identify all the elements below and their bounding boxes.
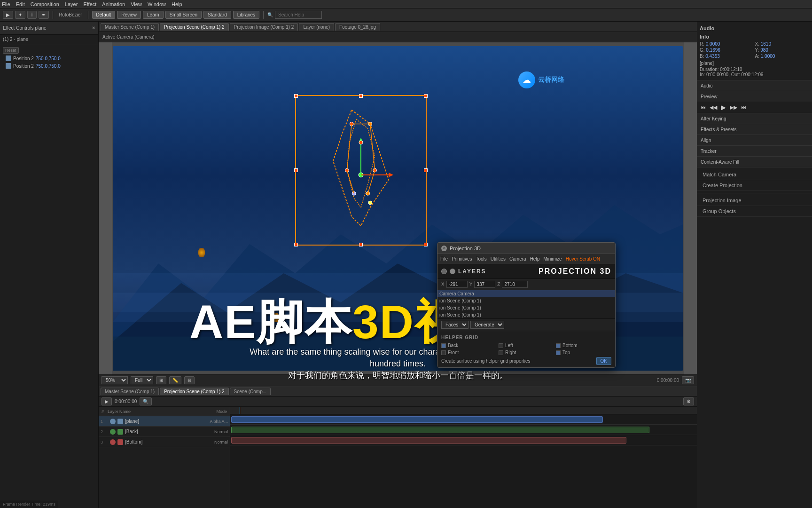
generate-select[interactable]: Generate (470, 321, 504, 329)
track-1[interactable] (230, 414, 697, 425)
reset-button[interactable]: Reset (3, 47, 19, 54)
preview-next-frame[interactable]: ▶▶ (730, 104, 737, 111)
tl-search[interactable]: 🔍 (140, 397, 152, 405)
projection-image-btn[interactable]: Projection Image (697, 195, 812, 206)
workspace-small[interactable]: Small Screen (165, 11, 202, 19)
toggle-guides[interactable]: ⊟ (184, 376, 195, 384)
layer-row-2[interactable]: 2 [Back] Normal (99, 427, 230, 437)
checkbox-left-box[interactable] (499, 343, 503, 348)
proj3d-menu-file[interactable]: File (440, 256, 448, 262)
workspace-standard[interactable]: Standard (203, 11, 231, 19)
comp-tab-projection[interactable]: Projection Scene (Comp 1) 2 (160, 23, 228, 31)
scene-layer-3[interactable]: ion Scene (Comp 1) (437, 304, 615, 311)
preview-skip-start[interactable]: ⏮ (701, 104, 706, 110)
handle-bc[interactable] (359, 243, 363, 246)
workspace-default[interactable]: Default (92, 11, 116, 19)
preview-play[interactable]: ▶ (721, 103, 726, 111)
track-3[interactable] (230, 435, 697, 445)
layer-eye-3[interactable] (110, 439, 116, 445)
workspace-learn[interactable]: Learn (143, 11, 164, 19)
tl-tab-master[interactable]: Master Scene (Comp 1) (101, 388, 159, 395)
scene-layer-4[interactable]: ion Scene (Comp 1) (437, 311, 615, 318)
menu-help[interactable]: Help (172, 1, 182, 7)
panel-close[interactable]: ✕ (92, 25, 95, 31)
checkbox-top-box[interactable] (556, 350, 561, 355)
proj3d-close-btn[interactable]: ✕ (441, 246, 447, 251)
playhead[interactable] (240, 407, 240, 414)
menu-file[interactable]: File (2, 1, 10, 7)
handle-tl[interactable] (294, 94, 298, 98)
snapshot-btn[interactable]: 📷 (682, 376, 694, 384)
coord-y-input[interactable] (474, 281, 495, 288)
effects-presets-header[interactable]: Effects & Presets (697, 124, 812, 135)
handle-tc[interactable] (359, 94, 363, 98)
comp-tab-master[interactable]: Master Scene (Comp 1) (101, 23, 159, 31)
track-2[interactable] (230, 425, 697, 435)
workspace-libraries[interactable]: Libraries (233, 11, 259, 19)
prop-value-2[interactable]: 750.0,750.0 (36, 64, 61, 69)
toolbar-tool-1[interactable]: ▶ (3, 11, 13, 19)
layer-row-1[interactable]: 1 [plane] Alpha A... (99, 416, 230, 427)
preview-skip-end[interactable]: ⏭ (741, 104, 746, 110)
prop-value-1[interactable]: 750.0,750.0 (36, 56, 61, 61)
tracker-header[interactable]: Tracker (697, 146, 812, 156)
menu-edit[interactable]: Edit (16, 1, 25, 7)
comp-tab-proj-image[interactable]: Projection Image (Comp 1) 2 (230, 23, 298, 31)
group-objects-btn[interactable]: Group Objects (697, 206, 812, 217)
ok-button[interactable]: OK (596, 357, 611, 365)
selection-box[interactable] (295, 95, 427, 246)
menu-view[interactable]: View (131, 1, 142, 7)
checkbox-bottom-box[interactable] (556, 343, 561, 348)
after-keying-header[interactable]: After Keying (697, 113, 812, 124)
proj3d-menu-utilities[interactable]: Utilities (491, 256, 506, 262)
scene-layer-1[interactable]: Camera Camera (437, 290, 615, 297)
menu-layer[interactable]: Layer (65, 1, 78, 7)
handle-bl[interactable] (294, 243, 298, 246)
proj3d-menu-help[interactable]: Help (530, 256, 540, 262)
toolbar-tool-2[interactable]: ✦ (15, 11, 25, 19)
handle-tr[interactable] (424, 94, 428, 98)
proj3d-menu-camera[interactable]: Camera (509, 256, 526, 262)
coord-x-input[interactable] (446, 281, 468, 288)
coord-z-input[interactable] (502, 281, 528, 288)
tl-tab-scene[interactable]: Scene (Comp... (230, 388, 271, 395)
quality-select[interactable]: FullHalf (131, 376, 153, 384)
preview-header[interactable]: Preview (697, 91, 812, 102)
menu-composition[interactable]: Composition (31, 1, 59, 7)
checkbox-back-box[interactable] (441, 343, 446, 348)
toolbar-pen-tool[interactable]: ✒ (39, 11, 49, 19)
workspace-review[interactable]: Review (117, 11, 141, 19)
scene-layer-2[interactable]: ion Scene (Comp 1) (437, 297, 615, 304)
layer-eye-1[interactable] (110, 419, 116, 424)
handle-br[interactable] (424, 243, 428, 246)
tl-settings[interactable]: ⚙ (683, 397, 694, 405)
layer-eye-2[interactable] (110, 429, 116, 435)
content-aware-header[interactable]: Content-Aware Fill (697, 157, 812, 167)
handle-mr[interactable] (424, 168, 428, 172)
proj3d-menu-primitives[interactable]: Primitives (452, 256, 472, 262)
zoom-select[interactable]: 50%100%25% (102, 376, 128, 384)
toggle-grid[interactable]: ⊞ (156, 376, 166, 384)
preview-prev-frame[interactable]: ◀◀ (710, 104, 717, 111)
proj3d-menu-tools[interactable]: Tools (476, 256, 486, 262)
toolbar-tool-3[interactable]: T (27, 11, 37, 19)
create-projection-btn[interactable]: Create Projection (697, 180, 812, 191)
tl-play[interactable]: ▶ (102, 397, 112, 405)
faces-select[interactable]: Faces (441, 321, 468, 329)
menu-window[interactable]: Window (148, 1, 166, 7)
comp-tab-layer[interactable]: Layer (none) (299, 23, 334, 31)
match-camera-btn[interactable]: Match Camera (697, 169, 812, 180)
layer-row-3[interactable]: 3 [Bottom] Normal (99, 437, 230, 447)
audio-header[interactable]: Audio (697, 80, 812, 91)
handle-ml[interactable] (294, 168, 298, 172)
proj3d-menu-minimize[interactable]: Minimize (543, 256, 562, 262)
align-header[interactable]: Align (697, 135, 812, 145)
checkbox-right-box[interactable] (499, 350, 503, 355)
menu-animation[interactable]: Animation (102, 1, 125, 7)
search-input[interactable] (275, 11, 322, 19)
toggle-rulers[interactable]: 📏 (169, 376, 181, 384)
timeline-track[interactable] (230, 407, 697, 508)
comp-tab-footage[interactable]: Footage 0_28.jpg (335, 23, 380, 31)
menu-effect[interactable]: Effect (83, 1, 96, 7)
checkbox-front-box[interactable] (441, 350, 446, 355)
